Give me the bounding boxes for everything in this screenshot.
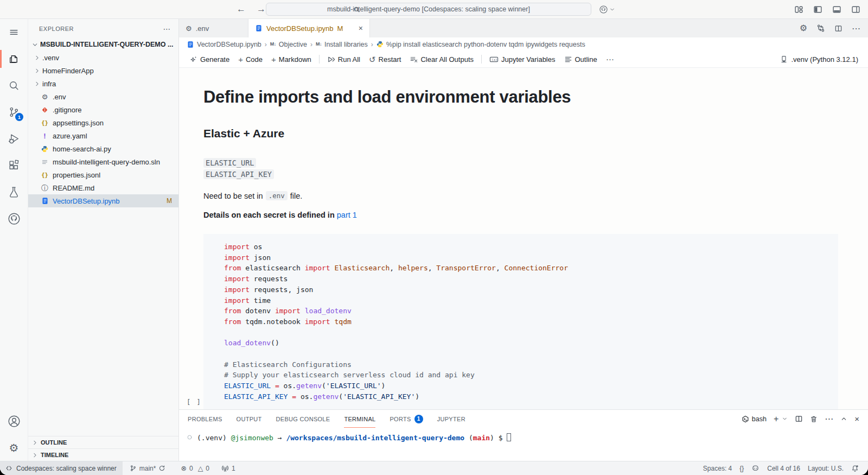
add-markdown-cell-button[interactable]: +Markdown <box>267 51 316 67</box>
clear-all-outputs-button[interactable]: Clear All Outputs <box>405 51 478 67</box>
notebook-editor[interactable]: Define imports and load environment vari… <box>179 68 868 409</box>
customize-layout-button[interactable] <box>794 5 803 14</box>
branch-status[interactable]: main* <box>126 465 170 472</box>
menu-button[interactable] <box>0 19 28 46</box>
ports-badge: 1 <box>414 415 423 423</box>
readme-icon: ⓘ <box>40 185 49 192</box>
indentation-status[interactable]: Spaces: 4 <box>699 465 736 472</box>
remote-indicator[interactable]: Codespaces: scaling space winner <box>0 461 123 475</box>
file-item-.gitignore[interactable]: .gitignore <box>28 103 178 116</box>
file-item-README.md[interactable]: ⓘREADME.md <box>28 181 178 194</box>
language-mode-status[interactable]: {} <box>736 465 748 472</box>
panel-tab-problems[interactable]: PROBLEMS <box>188 410 222 428</box>
menu-icon <box>9 28 18 37</box>
settings-button[interactable]: ⚙ <box>0 434 28 461</box>
command-center-search[interactable] <box>266 3 591 16</box>
run-debug-view-button[interactable] <box>0 125 28 152</box>
split-terminal-icon[interactable] <box>795 415 803 423</box>
panel-tab-ports[interactable]: PORTS1 <box>390 410 423 428</box>
part-1-link[interactable]: part 1 <box>337 211 357 219</box>
terminal[interactable]: (.venv) @jsimonweb → /workspaces/msbuild… <box>179 428 868 461</box>
more-actions-button[interactable]: ⋯ <box>602 51 618 67</box>
ports-status[interactable]: 1 <box>218 465 239 472</box>
code-line: ELASTIC_API_KEY = os.getenv('ELASTIC_API… <box>224 391 838 402</box>
file-item-VectorDBSetup.ipynb[interactable]: VectorDBSetup.ipynbM <box>28 194 178 207</box>
cell-status[interactable]: Cell 4 of 16 <box>763 465 804 472</box>
panel-tab-jupyter[interactable]: JUPYTER <box>437 410 465 428</box>
compare-changes-icon[interactable] <box>816 24 825 33</box>
tab-env[interactable]: ⚙ .env <box>179 19 248 37</box>
run-all-button[interactable]: Run All <box>323 51 365 67</box>
extensions-view-button[interactable] <box>0 152 28 179</box>
copilot-status[interactable] <box>748 464 763 472</box>
close-tab-icon[interactable]: × <box>359 24 363 33</box>
sidebar-section-timeline[interactable]: TIMELINE <box>28 448 178 461</box>
account-icon <box>8 415 21 428</box>
add-code-cell-button[interactable]: +Code <box>234 51 267 67</box>
breadcrumb-item[interactable]: M↓Objective <box>270 41 307 48</box>
terminal-dropdown-icon[interactable] <box>782 416 788 422</box>
file-item-properties.jsonl[interactable]: {}properties.jsonl <box>28 168 178 181</box>
folder-item-infra[interactable]: infra <box>28 77 178 90</box>
breadcrumb-item[interactable]: %pip install elasticsearch python-dotenv… <box>376 41 585 48</box>
back-button[interactable]: ← <box>237 4 246 15</box>
terminal-shell-label[interactable]: bash <box>742 415 767 423</box>
forward-button[interactable]: → <box>257 4 266 15</box>
file-item-msbuild-intelligent-query-demo.sln[interactable]: msbuild-intelligent-query-demo.sln <box>28 155 178 168</box>
file-item-home-search-ai.py[interactable]: home-search-ai.py <box>28 142 178 155</box>
problems-status[interactable]: ⊗ 0 △ 0 <box>177 464 213 472</box>
testing-view-button[interactable] <box>0 179 28 205</box>
breadcrumb-item[interactable]: VectorDBSetup.ipynb <box>187 41 261 48</box>
toggle-sidebar-button[interactable] <box>813 5 822 14</box>
panel-tab-terminal[interactable]: TERMINAL <box>344 410 375 428</box>
code-cell[interactable]: import osimport jsonfrom elasticsearch i… <box>203 234 838 409</box>
split-editor-icon[interactable] <box>834 24 843 33</box>
search-view-button[interactable] <box>0 72 28 99</box>
code-line: load_dotenv() <box>224 338 838 349</box>
kernel-picker[interactable]: .venv (Python 3.12.1) <box>780 55 868 64</box>
close-panel-icon[interactable]: × <box>854 414 859 423</box>
breadcrumb-item[interactable]: M↓Install libraries <box>316 41 368 48</box>
files-icon <box>8 53 20 65</box>
panel-tab-output[interactable]: OUTPUT <box>237 410 262 428</box>
accounts-button[interactable] <box>0 408 28 434</box>
panel-more-actions[interactable]: ⋯ <box>825 414 833 424</box>
search-input[interactable] <box>282 5 575 13</box>
code-line: import requests <box>224 274 838 284</box>
keyboard-layout-status[interactable]: Layout: U.S. <box>804 465 847 472</box>
explorer-more-actions[interactable]: ⋯ <box>163 24 171 33</box>
workspace-root-folder[interactable]: MSBUILD-INTELLIGENT-QUERY-DEMO ... <box>28 38 178 51</box>
file-item-azure.yaml[interactable]: !azure.yaml <box>28 129 178 142</box>
maximize-panel-icon[interactable] <box>840 415 847 422</box>
tab-vectordbsetup[interactable]: VectorDBSetup.ipynb M × <box>248 19 370 37</box>
restart-icon: ↺ <box>369 55 376 64</box>
toggle-panel-button[interactable] <box>832 5 841 14</box>
sln-icon <box>40 159 49 166</box>
generate-button[interactable]: Generate <box>186 51 234 67</box>
notebook-settings-gear-icon[interactable]: ⚙ <box>800 24 807 33</box>
folder-item-.venv[interactable]: .venv <box>28 51 178 64</box>
bottom-panel: PROBLEMSOUTPUTDEBUG CONSOLETERMINALPORTS… <box>179 409 868 461</box>
editor-more-actions[interactable]: ⋯ <box>852 23 860 34</box>
sidebar-section-outline[interactable]: OUTLINE <box>28 436 178 448</box>
kill-terminal-icon[interactable] <box>810 415 818 423</box>
chevron-down-icon <box>609 7 615 12</box>
jupyter-variables-button[interactable]: (x)Jupyter Variables <box>485 51 559 67</box>
bash-icon <box>742 415 749 423</box>
file-item-.env[interactable]: ⚙.env <box>28 90 178 103</box>
new-terminal-button[interactable]: + <box>774 414 778 424</box>
github-view-button[interactable] <box>0 205 28 232</box>
source-control-view-button[interactable]: 1 <box>0 99 28 125</box>
chevron-right-icon <box>31 439 39 446</box>
toggle-secondary-sidebar-button[interactable] <box>851 5 860 14</box>
code-line: from dotenv import load_dotenv <box>224 306 838 316</box>
explorer-view-button[interactable] <box>0 46 28 72</box>
restart-button[interactable]: ↺Restart <box>365 51 405 67</box>
outline-button[interactable]: Outline <box>560 51 602 67</box>
file-item-appsettings.json[interactable]: {}appsettings.json <box>28 116 178 129</box>
panel-tab-debug-console[interactable]: DEBUG CONSOLE <box>276 410 330 428</box>
gear-icon: ⚙ <box>9 441 19 454</box>
notifications-bell[interactable] <box>847 465 863 472</box>
folder-item-HomeFinderApp[interactable]: HomeFinderApp <box>28 64 178 77</box>
account-menu[interactable] <box>599 5 615 14</box>
